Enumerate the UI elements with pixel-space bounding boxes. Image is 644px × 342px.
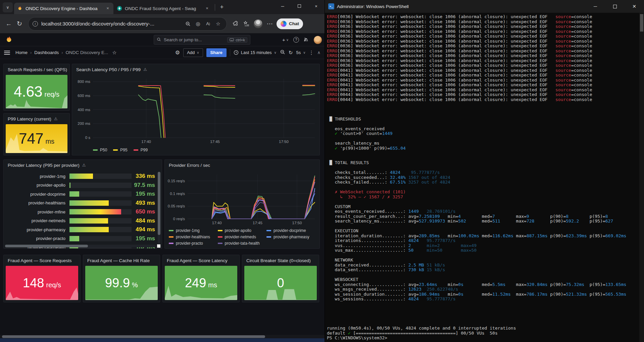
grafana-logo-icon[interactable]: [5, 36, 13, 44]
close-button[interactable]: ×: [308, 0, 325, 12]
panel-fraud-requests[interactable]: Fraud Agent — Score Requests 148req/s: [3, 255, 81, 302]
collapse-toolbar-icon[interactable]: ∧: [317, 50, 320, 55]
console-line: checks_failed......: 67.51% 3257 out of …: [327, 180, 639, 185]
horizontal-scrollbar[interactable]: [5, 245, 156, 247]
immersive-reader-icon[interactable]: ◎: [194, 19, 202, 28]
scrollbar-thumb[interactable]: [2, 335, 265, 338]
breadcrumb-home[interactable]: Home: [15, 50, 28, 55]
legend-item[interactable]: provider-apollo: [218, 228, 267, 233]
panel-search-latency[interactable]: Search Latency P50 / P95 / P99⚠ 800 ms60…: [72, 64, 320, 155]
breadcrumb-dashboards[interactable]: Dashboards: [34, 50, 59, 55]
legend-item[interactable]: P95: [113, 148, 127, 152]
profile-avatar[interactable]: [254, 19, 262, 28]
favorite-star-icon[interactable]: ☆: [214, 19, 222, 28]
refresh-icon[interactable]: ↻: [14, 18, 25, 29]
tab-close-icon[interactable]: ×: [105, 5, 111, 11]
back-icon[interactable]: ←: [3, 18, 14, 29]
browser-toolbar: ← ↻ i localhost:3000/d/ondc-discovery/on…: [0, 14, 325, 33]
provider-label: provider-1mg: [6, 174, 69, 179]
read-aloud-icon[interactable]: A): [204, 19, 212, 28]
legend-swatch: [169, 236, 174, 238]
user-avatar[interactable]: [314, 36, 322, 44]
breadcrumb-current[interactable]: ONDC Discovery E...: [66, 50, 108, 55]
refresh-dashboard-icon[interactable]: ↻: [289, 50, 293, 56]
new-tab-button[interactable]: +: [217, 2, 227, 12]
scrollbar-thumb[interactable]: [640, 14, 643, 32]
legend-label: provider-practo: [176, 241, 203, 246]
provider-value: 336 ms: [132, 173, 156, 180]
tab-close-icon[interactable]: ×: [204, 5, 210, 11]
console-line: ERRO[0036] WebSocket error: websocket: c…: [327, 39, 639, 44]
site-info-icon[interactable]: i: [33, 21, 38, 27]
extensions-icon[interactable]: [230, 18, 241, 29]
panel-score-latency[interactable]: Fraud Agent — Score Latency 249ms: [162, 255, 240, 302]
panel-qps[interactable]: Search Requests / sec (QPS) 4.63req/s: [3, 64, 70, 111]
scrollbar-thumb[interactable]: [5, 245, 88, 247]
copilot-chat-button[interactable]: Chat: [277, 18, 303, 29]
scrollbar-thumb[interactable]: [158, 172, 160, 235]
favorites-bar-icon[interactable]: [241, 18, 252, 29]
settings-ellipsis-icon[interactable]: ⋯: [264, 18, 275, 29]
browser-tab-swagger[interactable]: ONDC Fraud Scoring Agent - Swag ×: [113, 3, 213, 14]
provider-value: 650 ms: [132, 208, 156, 215]
share-button[interactable]: Share: [206, 48, 227, 57]
legend-item[interactable]: provider-practo: [169, 241, 218, 246]
tab-search-chevron-icon[interactable]: ∨: [3, 2, 13, 12]
panel-provider-latency[interactable]: Provider Latency (P95 per provider)⚠ pro…: [3, 159, 162, 249]
powershell-titlebar[interactable]: >_ Administrator: Windows PowerShell ─ ✕: [325, 0, 644, 13]
close-button[interactable]: ✕: [625, 0, 644, 13]
time-range-picker[interactable]: Last 15 minutes ∨: [234, 50, 277, 55]
panel-circuit-breaker[interactable]: Circuit Breaker State (0=closed) 0: [242, 255, 319, 302]
panel-provider-errors[interactable]: Provider Errors / sec 0.15 req/s0.1 req/…: [164, 159, 320, 249]
legend-item[interactable]: provider-docprime: [266, 228, 315, 233]
bar-fill: [69, 191, 79, 197]
favorite-dashboard-icon[interactable]: ☆: [112, 50, 116, 56]
legend-item[interactable]: provider-pharmeasy: [266, 235, 315, 239]
dashboard-settings-icon[interactable]: ⚙: [175, 49, 180, 56]
legend-swatch: [218, 236, 222, 238]
grafana-search-input[interactable]: Search or jump to... ctrl+k: [154, 35, 250, 45]
stat-qps-body: 4.63req/s: [6, 75, 67, 108]
svg-text:17:50: 17:50: [292, 221, 302, 225]
legend-label: provider-docprime: [274, 228, 306, 233]
panel-cache-hit[interactable]: Fraud Agent — Cache Hit Rate 99.9%: [83, 255, 160, 302]
new-dashboard-button[interactable]: +∨: [282, 37, 289, 43]
menu-hamburger-icon[interactable]: [4, 51, 10, 55]
bar-gauge-row: provider-practo195 ms: [4, 234, 156, 243]
news-icon[interactable]: [304, 37, 309, 43]
legend-item[interactable]: provider-1mg: [169, 228, 218, 233]
console-line: [327, 165, 639, 170]
minimize-button[interactable]: ─: [274, 0, 291, 12]
add-button[interactable]: Add∨: [183, 48, 203, 57]
console-line: iterations................: 4824 95.7778…: [327, 238, 639, 243]
maximize-button[interactable]: [605, 0, 625, 13]
console-output[interactable]: ERRO[0036] WebSocket error: websocket: c…: [325, 13, 639, 342]
refresh-interval-picker[interactable]: 5s∨: [296, 50, 305, 55]
bar-fill: [69, 200, 109, 206]
maximize-button[interactable]: [291, 0, 308, 12]
help-icon[interactable]: ?: [293, 37, 299, 43]
browser-tab-grafana[interactable]: ONDC Discovery Engine - Dashboa ×: [14, 3, 113, 14]
provider-label: provider-practo: [6, 236, 69, 241]
address-bar[interactable]: i localhost:3000/d/ondc-discovery/ondc-d…: [28, 17, 227, 31]
svg-text:0.1 req/s: 0.1 req/s: [170, 192, 185, 196]
panel-p99[interactable]: P99 Latency (current)⚠ 747ms: [3, 113, 70, 155]
vertical-scrollbar[interactable]: [158, 172, 160, 244]
legend-item[interactable]: provider-netmeds: [218, 235, 267, 239]
resize-handle[interactable]: [157, 244, 160, 248]
kebab-menu-icon[interactable]: ⋮: [309, 50, 314, 56]
page-horizontal-scrollbar[interactable]: [0, 335, 325, 338]
legend-item[interactable]: P99: [134, 148, 148, 152]
url-text[interactable]: localhost:3000/d/ondc-discovery/ondc-dis…: [41, 21, 182, 27]
zoom-out-icon[interactable]: [184, 19, 192, 28]
legend-item[interactable]: provider-healthians: [169, 235, 218, 239]
console-line: WEBSOCKET: [327, 277, 639, 282]
zoom-out-time-icon[interactable]: [280, 49, 285, 56]
console-line: CUSTOM: [327, 204, 639, 209]
legend-item[interactable]: P50: [93, 148, 107, 152]
legend-item[interactable]: provider-tata-health: [218, 241, 267, 246]
console-line: ERRO[0041] WebSocket error: websocket: c…: [327, 68, 639, 73]
terminal-scrollbar[interactable]: [639, 13, 644, 342]
browser-tabstrip: ∨ ONDC Discovery Engine - Dashboa × ONDC…: [0, 0, 325, 14]
minimize-button[interactable]: ─: [586, 0, 605, 13]
